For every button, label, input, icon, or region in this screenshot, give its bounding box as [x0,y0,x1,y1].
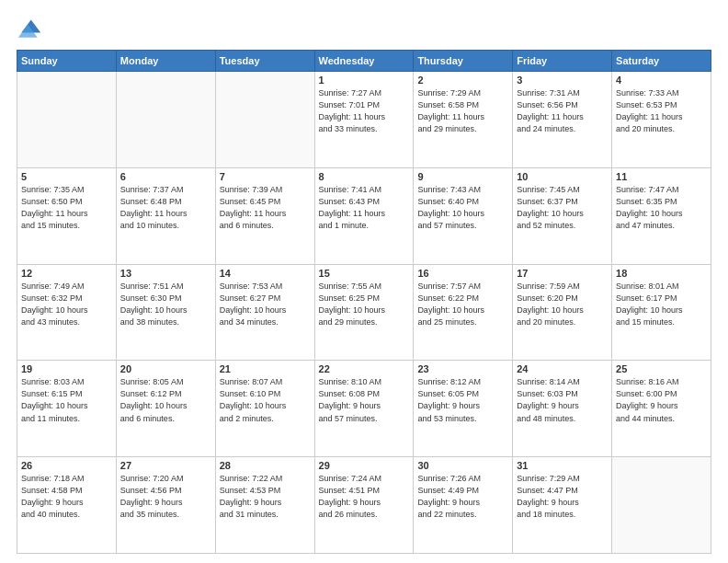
calendar-cell: 16Sunrise: 7:57 AM Sunset: 6:22 PM Dayli… [414,264,513,361]
weekday-header-wednesday: Wednesday [314,51,414,72]
calendar-cell: 26Sunrise: 7:18 AM Sunset: 4:58 PM Dayli… [17,457,117,554]
calendar-cell: 14Sunrise: 7:53 AM Sunset: 6:27 PM Dayli… [215,264,314,361]
day-number: 1 [319,75,410,86]
day-number: 8 [319,171,410,182]
day-number: 20 [120,363,211,374]
day-number: 19 [21,363,112,374]
day-info: Sunrise: 7:53 AM Sunset: 6:27 PM Dayligh… [220,281,311,328]
calendar-cell: 3Sunrise: 7:31 AM Sunset: 6:56 PM Daylig… [513,72,612,168]
day-info: Sunrise: 7:41 AM Sunset: 6:43 PM Dayligh… [319,184,410,232]
calendar-cell: 28Sunrise: 7:22 AM Sunset: 4:53 PM Dayli… [215,457,314,554]
day-info: Sunrise: 7:51 AM Sunset: 6:30 PM Dayligh… [120,281,211,328]
day-info: Sunrise: 7:29 AM Sunset: 4:47 PM Dayligh… [517,473,608,521]
day-number: 29 [319,460,410,471]
calendar-cell [17,72,117,168]
day-number: 12 [21,268,112,279]
day-info: Sunrise: 7:18 AM Sunset: 4:58 PM Dayligh… [21,473,112,521]
day-number: 30 [417,460,508,471]
weekday-header-monday: Monday [116,51,215,72]
weekday-header-saturday: Saturday [612,51,711,72]
calendar-cell: 15Sunrise: 7:55 AM Sunset: 6:25 PM Dayli… [314,264,414,361]
day-number: 14 [220,268,311,279]
day-info: Sunrise: 8:14 AM Sunset: 6:03 PM Dayligh… [517,376,608,424]
calendar-cell: 12Sunrise: 7:49 AM Sunset: 6:32 PM Dayli… [17,264,117,361]
logo-icon [17,17,42,42]
day-info: Sunrise: 7:20 AM Sunset: 4:56 PM Dayligh… [120,473,211,521]
calendar-cell: 1Sunrise: 7:27 AM Sunset: 7:01 PM Daylig… [314,72,414,168]
day-info: Sunrise: 8:10 AM Sunset: 6:08 PM Dayligh… [319,376,410,424]
calendar-cell: 27Sunrise: 7:20 AM Sunset: 4:56 PM Dayli… [116,457,215,554]
day-info: Sunrise: 8:12 AM Sunset: 6:05 PM Dayligh… [417,376,508,424]
calendar-week-1: 1Sunrise: 7:27 AM Sunset: 7:01 PM Daylig… [17,72,711,168]
calendar-cell: 17Sunrise: 7:59 AM Sunset: 6:20 PM Dayli… [513,264,612,361]
day-info: Sunrise: 7:22 AM Sunset: 4:53 PM Dayligh… [220,473,311,521]
day-info: Sunrise: 7:35 AM Sunset: 6:50 PM Dayligh… [21,184,112,232]
day-number: 25 [616,363,707,374]
calendar-cell: 31Sunrise: 7:29 AM Sunset: 4:47 PM Dayli… [513,457,612,554]
weekday-header-friday: Friday [513,51,612,72]
calendar-cell: 7Sunrise: 7:39 AM Sunset: 6:45 PM Daylig… [215,167,314,264]
day-number: 11 [616,171,707,182]
calendar-week-2: 5Sunrise: 7:35 AM Sunset: 6:50 PM Daylig… [17,167,711,264]
day-info: Sunrise: 7:26 AM Sunset: 4:49 PM Dayligh… [417,473,508,521]
calendar-week-5: 26Sunrise: 7:18 AM Sunset: 4:58 PM Dayli… [17,457,711,554]
day-number: 18 [616,268,707,279]
day-number: 24 [517,363,608,374]
day-number: 23 [417,363,508,374]
day-info: Sunrise: 7:55 AM Sunset: 6:25 PM Dayligh… [319,281,410,328]
calendar-cell: 13Sunrise: 7:51 AM Sunset: 6:30 PM Dayli… [116,264,215,361]
calendar-cell: 5Sunrise: 7:35 AM Sunset: 6:50 PM Daylig… [17,167,117,264]
day-info: Sunrise: 7:45 AM Sunset: 6:37 PM Dayligh… [517,184,608,232]
day-info: Sunrise: 7:27 AM Sunset: 7:01 PM Dayligh… [319,87,410,135]
day-number: 15 [319,268,410,279]
day-info: Sunrise: 7:37 AM Sunset: 6:48 PM Dayligh… [120,184,211,232]
day-info: Sunrise: 8:01 AM Sunset: 6:17 PM Dayligh… [616,281,707,328]
day-number: 9 [417,171,508,182]
day-info: Sunrise: 7:49 AM Sunset: 6:32 PM Dayligh… [21,281,112,328]
weekday-header-thursday: Thursday [414,51,513,72]
day-number: 26 [21,460,112,471]
calendar-cell: 11Sunrise: 7:47 AM Sunset: 6:35 PM Dayli… [612,167,711,264]
day-number: 22 [319,363,410,374]
day-number: 7 [220,171,311,182]
logo [17,17,46,42]
calendar-cell [215,72,314,168]
day-number: 4 [616,75,707,86]
calendar-cell: 23Sunrise: 8:12 AM Sunset: 6:05 PM Dayli… [414,361,513,457]
day-info: Sunrise: 8:07 AM Sunset: 6:10 PM Dayligh… [220,376,311,424]
calendar-cell: 21Sunrise: 8:07 AM Sunset: 6:10 PM Dayli… [215,361,314,457]
day-number: 3 [517,75,608,86]
calendar-cell: 6Sunrise: 7:37 AM Sunset: 6:48 PM Daylig… [116,167,215,264]
calendar-cell [116,72,215,168]
day-number: 5 [21,171,112,182]
day-number: 17 [517,268,608,279]
calendar-cell: 4Sunrise: 7:33 AM Sunset: 6:53 PM Daylig… [612,72,711,168]
header [17,17,711,42]
calendar-cell: 19Sunrise: 8:03 AM Sunset: 6:15 PM Dayli… [17,361,117,457]
day-info: Sunrise: 8:05 AM Sunset: 6:12 PM Dayligh… [120,376,211,424]
calendar-cell: 22Sunrise: 8:10 AM Sunset: 6:08 PM Dayli… [314,361,414,457]
day-info: Sunrise: 7:24 AM Sunset: 4:51 PM Dayligh… [319,473,410,521]
calendar-table: SundayMondayTuesdayWednesdayThursdayFrid… [17,50,711,554]
calendar-cell: 30Sunrise: 7:26 AM Sunset: 4:49 PM Dayli… [414,457,513,554]
day-number: 13 [120,268,211,279]
day-info: Sunrise: 7:43 AM Sunset: 6:40 PM Dayligh… [417,184,508,232]
calendar-cell: 20Sunrise: 8:05 AM Sunset: 6:12 PM Dayli… [116,361,215,457]
day-info: Sunrise: 7:57 AM Sunset: 6:22 PM Dayligh… [417,281,508,328]
calendar-cell: 18Sunrise: 8:01 AM Sunset: 6:17 PM Dayli… [612,264,711,361]
weekday-header-row: SundayMondayTuesdayWednesdayThursdayFrid… [17,51,711,72]
weekday-header-tuesday: Tuesday [215,51,314,72]
calendar-week-4: 19Sunrise: 8:03 AM Sunset: 6:15 PM Dayli… [17,361,711,457]
calendar-week-3: 12Sunrise: 7:49 AM Sunset: 6:32 PM Dayli… [17,264,711,361]
day-info: Sunrise: 7:33 AM Sunset: 6:53 PM Dayligh… [616,87,707,135]
day-info: Sunrise: 7:47 AM Sunset: 6:35 PM Dayligh… [616,184,707,232]
calendar-cell [612,457,711,554]
day-info: Sunrise: 7:59 AM Sunset: 6:20 PM Dayligh… [517,281,608,328]
day-number: 28 [220,460,311,471]
day-info: Sunrise: 7:29 AM Sunset: 6:58 PM Dayligh… [417,87,508,135]
calendar-cell: 25Sunrise: 8:16 AM Sunset: 6:00 PM Dayli… [612,361,711,457]
calendar-cell: 10Sunrise: 7:45 AM Sunset: 6:37 PM Dayli… [513,167,612,264]
day-number: 16 [417,268,508,279]
page: SundayMondayTuesdayWednesdayThursdayFrid… [0,0,728,563]
weekday-header-sunday: Sunday [17,51,117,72]
